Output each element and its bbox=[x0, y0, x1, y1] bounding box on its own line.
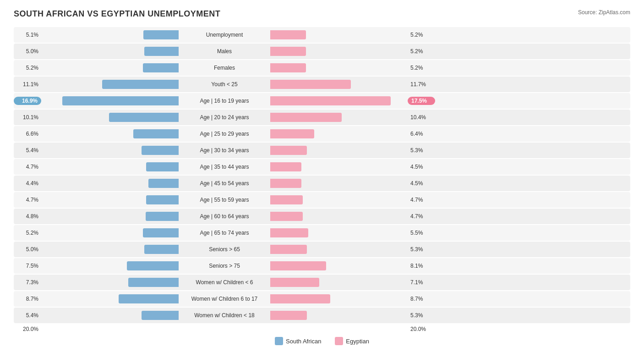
right-bar-container bbox=[270, 261, 408, 270]
left-bar bbox=[133, 129, 179, 138]
left-bar bbox=[146, 162, 179, 171]
right-value: 8.7% bbox=[408, 296, 435, 302]
right-bar-container bbox=[270, 179, 408, 188]
left-value: 5.2% bbox=[14, 65, 41, 71]
left-bar-container bbox=[41, 129, 179, 138]
right-bar-container bbox=[270, 228, 408, 237]
right-bar bbox=[270, 47, 306, 56]
right-bar-container bbox=[270, 278, 408, 287]
right-bar-container bbox=[270, 195, 408, 204]
center-label: Seniors > 75 bbox=[179, 263, 270, 269]
left-bar-container bbox=[41, 63, 179, 72]
right-value: 4.7% bbox=[408, 197, 435, 203]
legend-box-blue bbox=[275, 337, 283, 345]
left-bar-container bbox=[41, 162, 179, 171]
left-bar-container bbox=[41, 212, 179, 221]
left-bar bbox=[62, 96, 179, 105]
left-value: 5.1% bbox=[14, 32, 41, 38]
right-value: 5.2% bbox=[408, 65, 435, 71]
right-bar bbox=[270, 311, 307, 320]
right-bar-container bbox=[270, 146, 408, 155]
bar-row: 16.9% Age | 16 to 19 years 17.5% bbox=[14, 93, 630, 109]
left-bar bbox=[142, 146, 179, 155]
right-value: 10.4% bbox=[408, 114, 435, 121]
right-bar bbox=[270, 96, 391, 105]
center-label: Unemployment bbox=[179, 32, 270, 38]
center-label: Age | 16 to 19 years bbox=[179, 98, 270, 104]
right-value: 11.7% bbox=[408, 81, 435, 88]
left-value: 16.9% bbox=[14, 97, 41, 105]
center-label: Age | 35 to 44 years bbox=[179, 164, 270, 170]
right-value: 5.2% bbox=[408, 32, 435, 38]
left-bar-container bbox=[41, 261, 179, 270]
right-value: 5.3% bbox=[408, 246, 435, 253]
right-bar-container bbox=[270, 162, 408, 171]
legend: South African Egyptian bbox=[14, 337, 630, 345]
left-bar bbox=[144, 47, 179, 56]
right-value: 4.5% bbox=[408, 180, 435, 187]
left-bar bbox=[142, 311, 179, 320]
left-bar bbox=[109, 113, 179, 122]
center-label: Males bbox=[179, 48, 270, 55]
left-value: 5.0% bbox=[14, 246, 41, 253]
right-bar-container bbox=[270, 96, 408, 105]
bar-row: 5.4% Women w/ Children < 18 5.3% bbox=[14, 308, 630, 323]
left-value: 7.5% bbox=[14, 263, 41, 269]
center-label: Women w/ Children 6 to 17 bbox=[179, 296, 270, 302]
axis-row: 20.0% 20.0% bbox=[14, 326, 630, 332]
chart-container: SOUTH AFRICAN VS EGYPTIAN UNEMPLOYMENT S… bbox=[0, 0, 644, 347]
legend-item-south-african: South African bbox=[275, 337, 321, 345]
center-label: Women w/ Children < 18 bbox=[179, 312, 270, 319]
right-bar bbox=[270, 30, 306, 39]
left-value: 4.8% bbox=[14, 213, 41, 220]
left-bar bbox=[143, 63, 179, 72]
right-bar-container bbox=[270, 311, 408, 320]
left-bar bbox=[148, 179, 179, 188]
bar-row: 6.6% Age | 25 to 29 years 6.4% bbox=[14, 126, 630, 142]
left-value: 5.0% bbox=[14, 48, 41, 55]
legend-box-pink bbox=[335, 337, 343, 345]
chart-header: SOUTH AFRICAN VS EGYPTIAN UNEMPLOYMENT S… bbox=[14, 9, 630, 19]
right-bar-container bbox=[270, 245, 408, 254]
right-bar bbox=[270, 179, 301, 188]
left-value: 4.4% bbox=[14, 180, 41, 187]
center-label: Age | 60 to 64 years bbox=[179, 213, 270, 220]
right-value: 5.2% bbox=[408, 48, 435, 55]
right-bar-container bbox=[270, 212, 408, 221]
bar-row: 10.1% Age | 20 to 24 years 10.4% bbox=[14, 110, 630, 125]
right-value: 5.3% bbox=[408, 312, 435, 319]
center-label: Age | 65 to 74 years bbox=[179, 230, 270, 236]
left-bar-container bbox=[41, 294, 179, 303]
center-label: Age | 45 to 54 years bbox=[179, 180, 270, 187]
bar-row: 4.7% Age | 55 to 59 years 4.7% bbox=[14, 192, 630, 208]
left-value: 10.1% bbox=[14, 114, 41, 121]
right-bar bbox=[270, 162, 301, 171]
right-bar-container bbox=[270, 129, 408, 138]
right-bar-container bbox=[270, 294, 408, 303]
left-value: 11.1% bbox=[14, 81, 41, 88]
left-bar-container bbox=[41, 228, 179, 237]
right-value: 5.3% bbox=[408, 147, 435, 154]
left-value: 5.2% bbox=[14, 230, 41, 236]
left-bar bbox=[119, 294, 179, 303]
right-value: 4.5% bbox=[408, 164, 435, 170]
right-bar bbox=[270, 129, 314, 138]
left-value: 8.7% bbox=[14, 296, 41, 302]
right-bar bbox=[270, 80, 351, 89]
bar-row: 5.1% Unemployment 5.2% bbox=[14, 27, 630, 43]
bar-row: 11.1% Youth < 25 11.7% bbox=[14, 77, 630, 92]
right-value: 6.4% bbox=[408, 131, 435, 137]
right-bar bbox=[270, 63, 306, 72]
chart-title: SOUTH AFRICAN VS EGYPTIAN UNEMPLOYMENT bbox=[14, 9, 220, 19]
center-label: Age | 20 to 24 years bbox=[179, 114, 270, 121]
bar-row: 8.7% Women w/ Children 6 to 17 8.7% bbox=[14, 291, 630, 307]
right-bar bbox=[270, 294, 330, 303]
left-bar-container bbox=[41, 30, 179, 39]
bar-row: 5.0% Males 5.2% bbox=[14, 44, 630, 59]
right-bar bbox=[270, 245, 307, 254]
right-bar bbox=[270, 113, 342, 122]
left-value: 5.4% bbox=[14, 312, 41, 319]
left-bar bbox=[128, 278, 179, 287]
right-value: 17.5% bbox=[408, 97, 435, 105]
axis-right-value: 20.0% bbox=[408, 326, 435, 332]
